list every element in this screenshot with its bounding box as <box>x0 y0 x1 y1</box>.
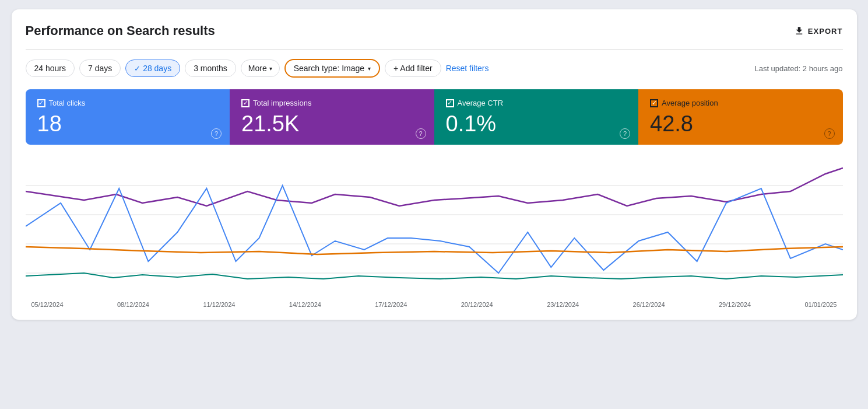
metric-impressions-label: Total impressions <box>253 99 311 107</box>
metric-clicks-checkbox[interactable] <box>37 99 45 107</box>
metric-ctr[interactable]: Average CTR 0.1% ? <box>434 89 639 145</box>
metric-clicks[interactable]: Total clicks 18 ? <box>26 89 230 145</box>
search-type-filter[interactable]: Search type: Image ▾ <box>284 59 380 78</box>
x-label-8: 29/12/2024 <box>719 301 751 308</box>
x-label-3: 14/12/2024 <box>289 301 321 308</box>
metric-ctr-label-row: Average CTR <box>446 99 627 107</box>
metric-ctr-help-icon[interactable]: ? <box>620 128 630 139</box>
chart-svg <box>26 156 843 296</box>
x-label-2: 11/12/2024 <box>203 301 235 308</box>
metric-position-help-icon[interactable]: ? <box>824 128 835 139</box>
metric-ctr-checkbox[interactable] <box>446 99 454 107</box>
add-filter-button[interactable]: + Add filter <box>385 60 441 77</box>
metric-impressions-value: 21.5K <box>241 112 423 137</box>
x-label-0: 05/12/2024 <box>31 301 64 308</box>
filters-row: 24 hours 7 days ✓ 28 days 3 months More … <box>26 59 843 78</box>
metric-position-checkbox[interactable] <box>650 99 658 107</box>
active-check-icon: ✓ <box>134 64 140 73</box>
x-axis-labels: 05/12/2024 08/12/2024 11/12/2024 14/12/2… <box>26 301 843 308</box>
reset-filters-button[interactable]: Reset filters <box>446 64 489 73</box>
metrics-row: Total clicks 18 ? Total impressions 21.5… <box>26 89 843 145</box>
x-label-4: 17/12/2024 <box>375 301 407 308</box>
metric-ctr-label: Average CTR <box>458 99 504 107</box>
last-updated-text: Last updated: 2 hours ago <box>754 64 842 73</box>
metric-impressions[interactable]: Total impressions 21.5K ? <box>230 89 434 145</box>
filter-more[interactable]: More ▾ <box>241 60 280 77</box>
main-card: Performance on Search results EXPORT 24 … <box>12 9 857 320</box>
filter-24h[interactable]: 24 hours <box>26 60 75 77</box>
chart-area: 05/12/2024 08/12/2024 11/12/2024 14/12/2… <box>26 156 843 308</box>
metric-impressions-checkbox[interactable] <box>241 99 249 107</box>
export-icon <box>794 26 804 36</box>
filter-7d[interactable]: 7 days <box>79 60 121 77</box>
metric-clicks-label: Total clicks <box>49 99 86 107</box>
filter-28d[interactable]: ✓ 28 days <box>125 60 180 77</box>
metric-ctr-value: 0.1% <box>446 112 627 137</box>
metric-position-label-row: Average position <box>650 99 831 107</box>
export-button[interactable]: EXPORT <box>794 26 843 36</box>
metric-clicks-help-icon[interactable]: ? <box>211 128 222 139</box>
metric-clicks-value: 18 <box>37 112 219 137</box>
metric-impressions-help-icon[interactable]: ? <box>416 128 426 139</box>
metric-position-label: Average position <box>662 99 718 107</box>
x-label-9: 01/01/2025 <box>804 301 837 308</box>
x-label-5: 20/12/2024 <box>461 301 493 308</box>
metric-position-value: 42.8 <box>650 112 831 137</box>
x-label-1: 08/12/2024 <box>117 301 149 308</box>
x-label-6: 23/12/2024 <box>547 301 579 308</box>
filter-3m[interactable]: 3 months <box>185 60 236 77</box>
export-label: EXPORT <box>808 27 843 36</box>
x-label-7: 26/12/2024 <box>633 301 665 308</box>
metric-clicks-label-row: Total clicks <box>37 99 219 107</box>
metric-position[interactable]: Average position 42.8 ? <box>638 89 843 145</box>
header-row: Performance on Search results EXPORT <box>26 23 843 39</box>
metric-impressions-label-row: Total impressions <box>241 99 423 107</box>
divider <box>26 49 843 50</box>
search-type-chevron-icon: ▾ <box>368 65 371 72</box>
chevron-down-icon: ▾ <box>269 65 272 72</box>
page-title: Performance on Search results <box>26 23 215 39</box>
